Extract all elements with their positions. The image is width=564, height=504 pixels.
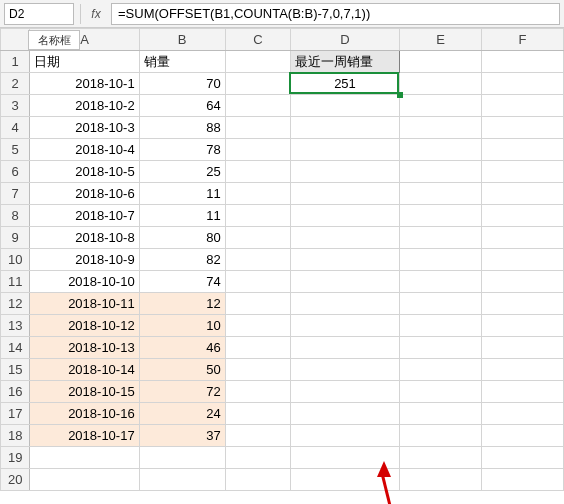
cell-D16[interactable]	[290, 381, 399, 403]
cell-E17[interactable]	[400, 403, 482, 425]
cell-D13[interactable]	[290, 315, 399, 337]
cell-A16[interactable]: 2018-10-15	[30, 381, 139, 403]
cell-B16[interactable]: 72	[139, 381, 225, 403]
cell-F17[interactable]	[482, 403, 564, 425]
cell-D12[interactable]	[290, 293, 399, 315]
cell-E20[interactable]	[400, 469, 482, 491]
cell-B6[interactable]: 25	[139, 161, 225, 183]
cell-D15[interactable]	[290, 359, 399, 381]
cell-E19[interactable]	[400, 447, 482, 469]
select-all-corner[interactable]	[1, 29, 30, 51]
cell-B4[interactable]: 88	[139, 117, 225, 139]
cell-A17[interactable]: 2018-10-16	[30, 403, 139, 425]
cell-F12[interactable]	[482, 293, 564, 315]
cell-C10[interactable]	[225, 249, 290, 271]
cell-E10[interactable]	[400, 249, 482, 271]
cell-E2[interactable]	[400, 73, 482, 95]
col-header-C[interactable]: C	[225, 29, 290, 51]
row-header[interactable]: 6	[1, 161, 30, 183]
cell-C11[interactable]	[225, 271, 290, 293]
cell-A3[interactable]: 2018-10-2	[30, 95, 139, 117]
row-header[interactable]: 18	[1, 425, 30, 447]
cell-C19[interactable]	[225, 447, 290, 469]
cell-F14[interactable]	[482, 337, 564, 359]
cell-C15[interactable]	[225, 359, 290, 381]
cell-C5[interactable]	[225, 139, 290, 161]
cell-F5[interactable]	[482, 139, 564, 161]
selection-handle[interactable]	[397, 92, 403, 98]
cell-A10[interactable]: 2018-10-9	[30, 249, 139, 271]
row-header[interactable]: 17	[1, 403, 30, 425]
formula-input[interactable]: =SUM(OFFSET(B1,COUNTA(B:B)-7,0,7,1))	[111, 3, 560, 25]
cell-C20[interactable]	[225, 469, 290, 491]
cell-F10[interactable]	[482, 249, 564, 271]
cell-B2[interactable]: 70	[139, 73, 225, 95]
cell-E18[interactable]	[400, 425, 482, 447]
cell-D18[interactable]	[290, 425, 399, 447]
cell-A19[interactable]	[30, 447, 139, 469]
row-header[interactable]: 1	[1, 51, 30, 73]
cell-B3[interactable]: 64	[139, 95, 225, 117]
cell-C14[interactable]	[225, 337, 290, 359]
cell-E3[interactable]	[400, 95, 482, 117]
cell-B18[interactable]: 37	[139, 425, 225, 447]
cell-C7[interactable]	[225, 183, 290, 205]
cell-B7[interactable]: 11	[139, 183, 225, 205]
cell-A13[interactable]: 2018-10-12	[30, 315, 139, 337]
cell-A9[interactable]: 2018-10-8	[30, 227, 139, 249]
col-header-B[interactable]: B	[139, 29, 225, 51]
cell-F2[interactable]	[482, 73, 564, 95]
cell-D11[interactable]	[290, 271, 399, 293]
cell-F9[interactable]	[482, 227, 564, 249]
cell-A4[interactable]: 2018-10-3	[30, 117, 139, 139]
cell-C17[interactable]	[225, 403, 290, 425]
cell-D7[interactable]	[290, 183, 399, 205]
row-header[interactable]: 14	[1, 337, 30, 359]
cell-A20[interactable]	[30, 469, 139, 491]
cell-D9[interactable]	[290, 227, 399, 249]
cell-C13[interactable]	[225, 315, 290, 337]
cell-E5[interactable]	[400, 139, 482, 161]
cell-B10[interactable]: 82	[139, 249, 225, 271]
cell-F16[interactable]	[482, 381, 564, 403]
cell-E13[interactable]	[400, 315, 482, 337]
cell-D8[interactable]	[290, 205, 399, 227]
row-header[interactable]: 2	[1, 73, 30, 95]
cell-C12[interactable]	[225, 293, 290, 315]
row-header[interactable]: 13	[1, 315, 30, 337]
cell-B9[interactable]: 80	[139, 227, 225, 249]
cell-B19[interactable]	[139, 447, 225, 469]
row-header[interactable]: 16	[1, 381, 30, 403]
cell-E16[interactable]	[400, 381, 482, 403]
cell-D10[interactable]	[290, 249, 399, 271]
row-header[interactable]: 8	[1, 205, 30, 227]
col-header-D[interactable]: D	[290, 29, 399, 51]
cell-E11[interactable]	[400, 271, 482, 293]
cell-A18[interactable]: 2018-10-17	[30, 425, 139, 447]
cell-F1[interactable]	[482, 51, 564, 73]
cell-D19[interactable]	[290, 447, 399, 469]
row-header[interactable]: 19	[1, 447, 30, 469]
cell-A5[interactable]: 2018-10-4	[30, 139, 139, 161]
cell-B17[interactable]: 24	[139, 403, 225, 425]
cell-D14[interactable]	[290, 337, 399, 359]
cell-C8[interactable]	[225, 205, 290, 227]
row-header[interactable]: 11	[1, 271, 30, 293]
cell-C18[interactable]	[225, 425, 290, 447]
cell-C6[interactable]	[225, 161, 290, 183]
cell-A14[interactable]: 2018-10-13	[30, 337, 139, 359]
cell-F3[interactable]	[482, 95, 564, 117]
cell-B11[interactable]: 74	[139, 271, 225, 293]
cell-F4[interactable]	[482, 117, 564, 139]
cell-A6[interactable]: 2018-10-5	[30, 161, 139, 183]
row-header[interactable]: 5	[1, 139, 30, 161]
spreadsheet-grid[interactable]: ABCDEF 1日期销量最近一周销量22018-10-17025132018-1…	[0, 28, 564, 491]
cell-F7[interactable]	[482, 183, 564, 205]
cell-E6[interactable]	[400, 161, 482, 183]
cell-D20[interactable]	[290, 469, 399, 491]
cell-D2[interactable]: 251	[290, 73, 399, 95]
cell-B5[interactable]: 78	[139, 139, 225, 161]
cell-D5[interactable]	[290, 139, 399, 161]
cell-E1[interactable]	[400, 51, 482, 73]
col-header-F[interactable]: F	[482, 29, 564, 51]
